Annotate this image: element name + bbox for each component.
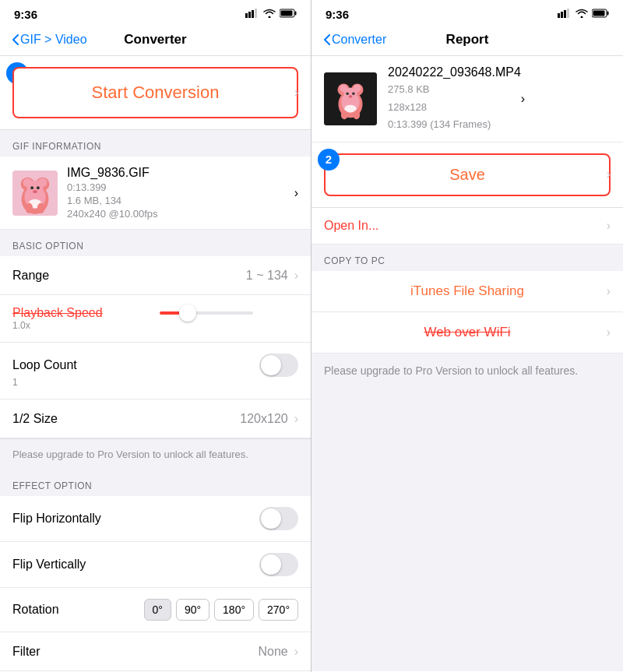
video-size: 275.8 KB [388,82,521,97]
save-btn-container: 2 Save › [312,142,623,208]
svg-point-17 [33,190,37,193]
rotation-90[interactable]: 90° [176,599,209,621]
playback-label: Playback Speed [12,306,152,320]
save-button[interactable]: Save [324,153,611,196]
playback-slider[interactable] [160,311,299,315]
loop-value: 1 [12,377,18,388]
open-in-chevron: › [607,219,611,233]
video-duration: 0:13.399 (134 Frames) [388,117,521,132]
start-conversion-button[interactable]: Start Conversion [12,67,298,118]
rotation-group: 0° 90° 180° 270° [144,599,299,621]
rotation-270[interactable]: 270° [259,599,298,621]
time-right: 9:36 [326,8,349,21]
svg-point-40 [353,110,360,119]
wifi-icon-right [575,9,588,20]
back-button-right[interactable]: Converter [324,33,386,47]
rotation-0[interactable]: 0° [144,599,171,621]
flip-h-row[interactable]: Flip Horizontally [0,496,311,542]
gif-details: IMG_9836.GIF 0:13.399 1.6 MB, 134 240x24… [67,166,294,220]
wifi-icon [263,9,276,20]
video-info-chevron: › [521,92,525,106]
filter-chevron: › [294,645,298,659]
start-conversion-container: 1 Start Conversion › [0,56,311,130]
svg-rect-22 [564,10,566,18]
svg-point-18 [25,202,33,213]
filter-row[interactable]: Filter None › [0,632,311,671]
playback-speed-row[interactable]: Playback Speed 1.0x [0,295,311,343]
section-gif-header: GIF INFORMATION [0,130,311,157]
svg-rect-20 [558,13,560,18]
range-value: 1 ~ 134 [246,269,288,283]
status-bar-left: 9:36 [0,0,311,26]
loop-toggle[interactable] [259,354,298,377]
svg-point-39 [341,110,348,119]
page-title-left: Converter [124,32,186,47]
half-size-row[interactable]: 1/2 Size 120x120 › [0,399,311,438]
svg-rect-2 [252,10,254,18]
upgrade-notice-left: Please upgrade to Pro Version to unlock … [0,438,311,470]
status-icons-right [558,9,609,20]
svg-rect-3 [255,9,257,18]
flip-h-toggle[interactable] [259,507,298,530]
signal-icon-right [558,9,572,20]
video-details: 20240222_093648.MP4 275.8 KB 128x128 0:1… [388,65,521,132]
gif-info-chevron: › [294,186,298,200]
svg-rect-26 [593,11,605,16]
rotation-row[interactable]: Rotation 0° 90° 180° 270° [0,588,311,632]
status-icons-left [245,9,297,20]
loop-count-row[interactable]: Loop Count 1 [0,343,311,399]
slider-thumb[interactable] [179,304,196,322]
battery-icon [280,9,297,20]
nav-bar-left: GIF > Video Converter [0,26,311,56]
rotation-180[interactable]: 180° [214,599,254,621]
wifi-row[interactable]: Web over WiFi › [312,312,623,354]
back-button-left[interactable]: GIF > Video [12,33,87,47]
loop-label: Loop Count [12,358,259,372]
flip-v-row[interactable]: Flip Vertically [0,542,311,588]
start-conversion-chevron: › [294,86,298,100]
time-left: 9:36 [14,8,37,21]
svg-point-19 [37,202,45,213]
status-bar-right: 9:36 [312,0,623,26]
svg-point-36 [352,92,354,94]
video-dimensions: 128x128 [388,100,521,115]
filter-value: None [258,645,287,659]
svg-point-37 [349,95,353,97]
svg-rect-6 [281,11,293,16]
gif-size: 1.6 MB, 134 [67,195,294,206]
playback-top: Playback Speed [12,306,298,320]
copy-to-pc-header: COPY TO PC [312,245,623,271]
upgrade-notice-right: Please upgrade to Pro Version to unlock … [312,354,623,388]
half-size-value: 120x120 [240,412,287,426]
itunes-row[interactable]: iTunes File Sharing › [312,271,623,312]
open-in-label: Open In... [324,219,607,233]
rotation-label: Rotation [12,603,144,617]
nav-bar-right: Converter Report [312,26,623,56]
svg-rect-25 [607,12,609,16]
itunes-chevron: › [607,284,611,298]
range-row[interactable]: Range 1 ~ 134 › [0,256,311,295]
video-info-row[interactable]: 20240222_093648.MP4 275.8 KB 128x128 0:1… [312,56,623,142]
flip-v-toggle[interactable] [259,553,298,576]
gif-info-row[interactable]: IMG_9836.GIF 0:13.399 1.6 MB, 134 240x24… [0,157,311,230]
back-label-left: GIF > Video [20,33,87,47]
slider-track [160,311,253,315]
left-panel: 9:36 GIF > Video Converter 1 Start Conve… [0,0,312,672]
gif-duration: 0:13.399 [67,181,294,193]
range-chevron: › [294,269,298,283]
wifi-label: Web over WiFi [424,325,510,340]
svg-point-16 [37,186,40,189]
svg-point-35 [346,92,348,94]
range-label: Range [12,269,246,283]
loop-row-top: Loop Count [12,354,298,377]
section-basic-header: BASIC OPTION [0,230,311,256]
back-label-right: Converter [332,33,386,47]
flip-v-label: Flip Vertically [12,558,259,572]
video-thumbnail [324,72,377,125]
gif-dimensions: 240x240 @10.00fps [67,208,294,220]
signal-icon [245,9,259,20]
gif-thumbnail [12,171,58,216]
itunes-label: iTunes File Sharing [324,283,611,299]
open-in-row[interactable]: Open In... › [312,208,623,245]
right-panel: 9:36 Converter Report [312,0,623,672]
